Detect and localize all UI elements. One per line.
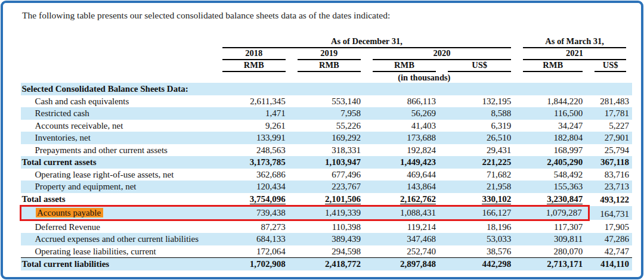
row-total-assets: Total assets 3,754,096 2,101,506 2,162,7… xyxy=(21,193,633,206)
intro-text: The following table presents our selecte… xyxy=(22,10,629,21)
document-frame: The following table presents our selecte… xyxy=(1,1,643,279)
col-currency-rmb-2021: RMB xyxy=(517,60,589,72)
row-accrued-expenses: Accrued expenses and other current liabi… xyxy=(21,233,633,245)
highlight-box-end: 1,079,287 xyxy=(517,206,589,220)
section-header: Selected Consolidated Balance Sheets Dat… xyxy=(21,83,633,95)
col-year-2019: 2019 xyxy=(292,48,367,60)
row-operating-lease-rou-assets: Operating lease right-of-use assets, net… xyxy=(21,169,633,181)
col-year-2018: 2018 xyxy=(216,48,292,60)
section-header-row: Selected Consolidated Balance Sheets Dat… xyxy=(21,83,633,95)
col-year-2020: 2020 xyxy=(367,48,517,60)
units-note-row: (in thousands) xyxy=(21,72,633,83)
header-currency-row: RMB RMB RMB US$ RMB US$ xyxy=(21,60,633,72)
row-cash-and-cash-equivalents: Cash and cash equivalents 2,611,345 553,… xyxy=(21,95,633,108)
col-currency-usd-2021: US$ xyxy=(589,60,632,72)
header-year-row: 2018 2019 2020 2021 xyxy=(21,48,633,60)
col-group-december: As of December 31, xyxy=(216,36,518,48)
row-prepayments: Prepayments and other current assets 248… xyxy=(21,144,633,157)
col-currency-rmb-2020: RMB xyxy=(367,60,442,72)
balance-sheet-table-container: As of December 31, As of March 31, 2018 … xyxy=(20,36,632,270)
col-year-2021: 2021 xyxy=(517,48,632,60)
col-currency-rmb-2019: RMB xyxy=(292,60,367,72)
header-group-row: As of December 31, As of March 31, xyxy=(21,36,633,48)
row-accounts-receivable: Accounts receivable, net 9,261 55,226 41… xyxy=(21,120,633,132)
col-currency-usd-2020: US$ xyxy=(442,60,517,72)
row-operating-lease-liabilities: Operating lease liabilities, current 172… xyxy=(21,245,633,258)
row-property-and-equipment: Property and equipment, net 120,434 223,… xyxy=(21,181,633,193)
row-accounts-payable-highlighted: Accounts payable 739,438 1,419,339 1,088… xyxy=(21,206,633,220)
row-inventories: Inventories, net 133,991 169,292 173,688… xyxy=(21,132,633,144)
col-group-march: As of March 31, xyxy=(517,36,632,48)
balance-sheet-table: As of December 31, As of March 31, 2018 … xyxy=(20,36,632,270)
row-restricted-cash: Restricted cash 1,471 7,958 56,269 8,588… xyxy=(21,107,633,120)
col-currency-rmb-2018: RMB xyxy=(216,60,292,72)
row-total-current-assets: Total current assets 3,173,785 1,103,947… xyxy=(21,156,633,169)
row-total-current-liabilities: Total current liabilities 1,702,908 2,41… xyxy=(21,258,633,270)
highlight-marker: Accounts payable xyxy=(36,208,103,217)
units-note: (in thousands) xyxy=(216,72,632,83)
row-deferred-revenue: Deferred Revenue 87,273 110,398 119,214 … xyxy=(21,220,633,233)
